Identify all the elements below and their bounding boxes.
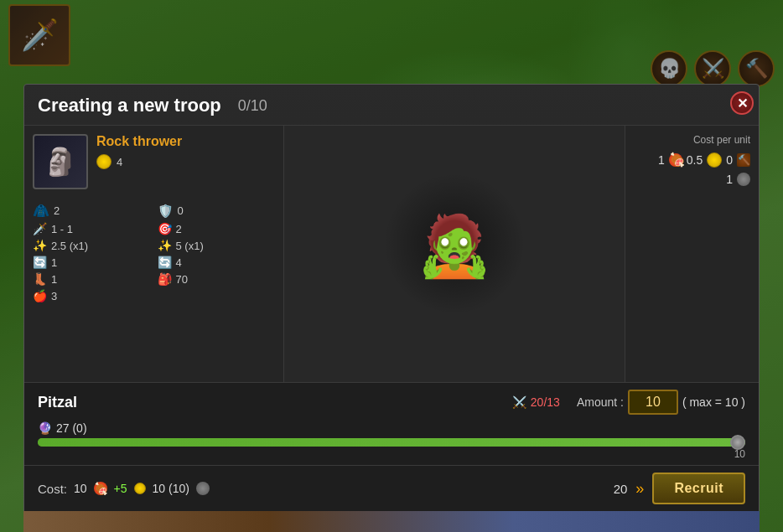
armor-stat: 🧥 2 [33, 203, 151, 219]
bag-value: 70 [176, 273, 188, 286]
cost-display: Cost: 10 🍖 +5 10 (10) [38, 482, 210, 496]
cooldown2-stat: 🔄 4 [158, 256, 276, 269]
speed1-icon: ✨ [33, 239, 47, 252]
sword-icon: 🗡️ [33, 222, 47, 235]
wood-icon: 🔨 [737, 153, 750, 167]
slider-fill [38, 438, 745, 447]
exp-section: 🔮 27 (0) [24, 421, 759, 438]
fruit-value: 3 [51, 290, 57, 302]
modal-header: Creating a new troop 0/10 ✕ [24, 85, 759, 126]
slider-track [38, 438, 745, 447]
stone-cost-row: 1 [726, 173, 750, 186]
slider-thumb[interactable] [730, 435, 745, 450]
coin-icon [96, 154, 111, 169]
amount-input[interactable] [628, 390, 678, 415]
slider-max-label: 10 [38, 448, 745, 460]
player-section: Pitzal ⚔️ 20/13 Amount : ( max = 10 ) [24, 383, 759, 421]
amount-selector: Amount : ( max = 10 ) [577, 390, 745, 415]
exp-resource: 🔮 27 (0) [38, 421, 87, 435]
unit-portrait: 🗿 [33, 134, 88, 189]
cost-label: Cost: [38, 482, 67, 496]
cooldown1-icon: 🔄 [33, 256, 47, 269]
coin-stat-row: 4 [96, 154, 275, 169]
speed1-stat: ✨ 2.5 (x1) [33, 239, 151, 252]
food-cost-row: 1 🍖 0.5 0 🔨 [658, 152, 750, 168]
cooldown1-stat: 🔄 1 [33, 256, 151, 269]
gold-cost-value: 0.5 [687, 153, 703, 167]
bag-icon: 🎒 [158, 272, 172, 286]
gold-plus-display: +5 [114, 482, 127, 495]
stone-icon [737, 173, 750, 186]
cost-panel: Cost per unit 1 🍖 0.5 0 🔨 1 [625, 126, 759, 382]
unit-details: Rock thrower 4 [96, 134, 275, 172]
cost-per-unit-label: Cost per unit [693, 134, 750, 146]
range-stat: 🎯 2 [158, 222, 276, 235]
modal-counter: 0/10 [238, 97, 267, 115]
armor-icon: 🧥 [33, 203, 49, 219]
max-label: ( max = 10 ) [682, 395, 745, 409]
fruit-stat: 🍎 3 [33, 289, 151, 302]
recruit-bar: Cost: 10 🍖 +5 10 (10) 20 » Recruit [24, 465, 759, 513]
speed2-value: 5 (x1) [176, 240, 204, 252]
speed2-stat: ✨ 5 (x1) [158, 239, 276, 252]
unit-preview-panel: 🧟 [284, 126, 625, 382]
unit-header: 🗿 Rock thrower 4 [33, 134, 275, 189]
boot-icon: 👢 [33, 272, 47, 286]
food-icon: 🍖 [669, 153, 682, 167]
shield-value: 0 [178, 204, 184, 217]
modal-body: 🗿 Rock thrower 4 🧥 2 🛡️ 0 [24, 126, 759, 382]
stone-cost-icon [196, 482, 210, 495]
double-arrow-icon: » [635, 480, 644, 498]
unit-sprite: 🧟 [417, 210, 492, 281]
gold-plus-icon [134, 483, 146, 494]
food-cost-display: 10 [74, 482, 87, 495]
boot-value: 1 [51, 273, 57, 286]
troops-icon: ⚔️ [512, 395, 526, 409]
unit-portrait-icon: 🗿 [44, 146, 77, 178]
queue-count: 20 [614, 482, 628, 496]
troops-resource: ⚔️ 20/13 [512, 395, 560, 409]
resources-row: ⚔️ 20/13 Amount : ( max = 10 ) [512, 390, 745, 415]
amount-slider-container: 10 [24, 438, 759, 465]
bottom-strip [23, 511, 760, 532]
unit-name: Rock thrower [96, 134, 275, 149]
coin-value: 4 [117, 156, 122, 168]
shield-stat: 🛡️ 0 [158, 203, 276, 219]
speed2-icon: ✨ [158, 239, 172, 252]
player-name: Pitzal [38, 394, 77, 411]
cooldown1-value: 1 [51, 256, 57, 269]
stone-cost-display: 10 (10) [153, 482, 189, 495]
exp-value: 27 (0) [56, 421, 87, 435]
stone-cost-value: 1 [726, 173, 733, 186]
boot-stat: 👢 1 [33, 272, 151, 286]
armor-value: 2 [54, 204, 60, 217]
gold-icon [707, 152, 722, 168]
modal-footer: Pitzal ⚔️ 20/13 Amount : ( max = 10 ) 🔮 … [24, 382, 759, 513]
close-button[interactable]: ✕ [730, 91, 754, 115]
amount-label: Amount : [577, 395, 624, 409]
troop-creation-modal: Creating a new troop 0/10 ✕ 🗿 Rock throw… [23, 84, 760, 514]
attack-stat: 🗡️ 1 - 1 [33, 222, 151, 235]
fruit-icon: 🍎 [33, 289, 47, 302]
target-icon: 🎯 [158, 222, 172, 235]
modal-title: Creating a new troop [38, 95, 221, 116]
recruit-button[interactable]: Recruit [652, 473, 745, 504]
wood-cost-value: 0 [726, 153, 733, 167]
bag-stat: 🎒 70 [158, 272, 276, 286]
speed1-value: 2.5 (x1) [51, 240, 88, 252]
attack-value: 1 - 1 [51, 223, 73, 235]
recruit-right: 20 » Recruit [614, 473, 745, 504]
exp-icon: 🔮 [38, 421, 52, 435]
unit-stats-grid: 🧥 2 🛡️ 0 🗡️ 1 - 1 🎯 2 ✨ 2.5 (x1) [33, 203, 275, 302]
unit-info-panel: 🗿 Rock thrower 4 🧥 2 🛡️ 0 [24, 126, 284, 382]
range-value: 2 [176, 223, 182, 235]
shield-icon: 🛡️ [158, 204, 174, 219]
cooldown2-value: 4 [176, 256, 182, 269]
food-cost-icon: 🍖 [94, 482, 107, 495]
cooldown2-icon: 🔄 [158, 256, 172, 269]
food-cost-value: 1 [658, 153, 665, 167]
troops-value: 20/13 [531, 395, 560, 409]
